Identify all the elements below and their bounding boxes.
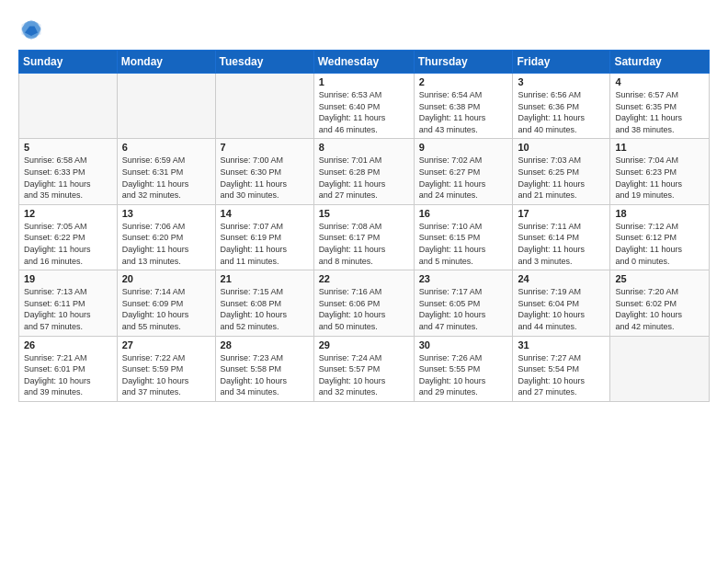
day-number: 22 [319, 273, 409, 284]
calendar-week-row: 5Sunrise: 6:58 AM Sunset: 6:33 PM Daylig… [19, 139, 710, 204]
calendar-cell: 11Sunrise: 7:04 AM Sunset: 6:23 PM Dayli… [610, 139, 710, 204]
day-number: 2 [419, 76, 508, 87]
day-info: Sunrise: 7:17 AM Sunset: 6:05 PM Dayligh… [419, 286, 508, 332]
calendar-cell [610, 336, 710, 401]
day-number: 25 [615, 273, 704, 284]
day-number: 23 [419, 273, 508, 284]
day-number: 13 [122, 208, 210, 219]
calendar-cell: 8Sunrise: 7:01 AM Sunset: 6:28 PM Daylig… [313, 139, 414, 204]
calendar-header-friday: Friday [513, 51, 610, 74]
calendar-header-monday: Monday [117, 51, 215, 74]
day-number: 12 [24, 208, 112, 219]
calendar-cell: 7Sunrise: 7:00 AM Sunset: 6:30 PM Daylig… [215, 139, 313, 204]
day-number: 17 [518, 208, 605, 219]
calendar-cell: 22Sunrise: 7:16 AM Sunset: 6:06 PM Dayli… [313, 270, 414, 336]
day-info: Sunrise: 7:15 AM Sunset: 6:08 PM Dayligh… [221, 286, 309, 332]
day-number: 5 [24, 142, 112, 153]
day-info: Sunrise: 7:04 AM Sunset: 6:23 PM Dayligh… [615, 155, 704, 201]
day-info: Sunrise: 6:53 AM Sunset: 6:40 PM Dayligh… [319, 89, 409, 135]
calendar-week-row: 19Sunrise: 7:13 AM Sunset: 6:11 PM Dayli… [19, 270, 710, 336]
day-number: 20 [122, 273, 210, 284]
day-info: Sunrise: 7:00 AM Sunset: 6:30 PM Dayligh… [221, 155, 309, 201]
day-info: Sunrise: 6:57 AM Sunset: 6:35 PM Dayligh… [615, 89, 704, 135]
calendar-cell: 2Sunrise: 6:54 AM Sunset: 6:38 PM Daylig… [414, 74, 513, 139]
calendar-header-wednesday: Wednesday [313, 51, 414, 74]
day-info: Sunrise: 6:54 AM Sunset: 6:38 PM Dayligh… [419, 89, 508, 135]
day-number: 26 [24, 339, 112, 350]
day-number: 24 [518, 273, 605, 284]
day-info: Sunrise: 7:26 AM Sunset: 5:55 PM Dayligh… [419, 352, 508, 398]
day-number: 15 [319, 208, 409, 219]
calendar-cell: 26Sunrise: 7:21 AM Sunset: 6:01 PM Dayli… [19, 336, 118, 401]
calendar-cell: 4Sunrise: 6:57 AM Sunset: 6:35 PM Daylig… [610, 74, 710, 139]
day-number: 19 [24, 273, 112, 284]
day-info: Sunrise: 7:16 AM Sunset: 6:06 PM Dayligh… [319, 286, 409, 332]
day-number: 11 [615, 142, 704, 153]
calendar-cell: 23Sunrise: 7:17 AM Sunset: 6:05 PM Dayli… [414, 270, 513, 336]
day-number: 6 [122, 142, 210, 153]
day-info: Sunrise: 7:20 AM Sunset: 6:02 PM Dayligh… [615, 286, 704, 332]
day-number: 7 [221, 142, 309, 153]
calendar-cell: 1Sunrise: 6:53 AM Sunset: 6:40 PM Daylig… [313, 74, 414, 139]
calendar-cell: 3Sunrise: 6:56 AM Sunset: 6:36 PM Daylig… [513, 74, 610, 139]
day-info: Sunrise: 6:58 AM Sunset: 6:33 PM Dayligh… [24, 155, 112, 201]
day-info: Sunrise: 7:21 AM Sunset: 6:01 PM Dayligh… [24, 352, 112, 398]
calendar-cell: 13Sunrise: 7:06 AM Sunset: 6:20 PM Dayli… [117, 204, 215, 270]
day-number: 14 [221, 208, 309, 219]
day-info: Sunrise: 7:23 AM Sunset: 5:58 PM Dayligh… [221, 352, 309, 398]
calendar-cell: 31Sunrise: 7:27 AM Sunset: 5:54 PM Dayli… [513, 336, 610, 401]
calendar-cell [117, 74, 215, 139]
calendar-cell: 6Sunrise: 6:59 AM Sunset: 6:31 PM Daylig… [117, 139, 215, 204]
calendar-cell: 12Sunrise: 7:05 AM Sunset: 6:22 PM Dayli… [19, 204, 118, 270]
day-number: 9 [419, 142, 508, 153]
calendar-cell: 18Sunrise: 7:12 AM Sunset: 6:12 PM Dayli… [610, 204, 710, 270]
day-info: Sunrise: 7:10 AM Sunset: 6:15 PM Dayligh… [419, 221, 508, 267]
calendar-cell: 19Sunrise: 7:13 AM Sunset: 6:11 PM Dayli… [19, 270, 118, 336]
calendar-header-row: SundayMondayTuesdayWednesdayThursdayFrid… [19, 51, 710, 74]
calendar-header-tuesday: Tuesday [215, 51, 313, 74]
day-info: Sunrise: 7:19 AM Sunset: 6:04 PM Dayligh… [518, 286, 605, 332]
calendar-cell: 24Sunrise: 7:19 AM Sunset: 6:04 PM Dayli… [513, 270, 610, 336]
day-number: 4 [615, 76, 704, 87]
day-info: Sunrise: 7:06 AM Sunset: 6:20 PM Dayligh… [122, 221, 210, 267]
calendar-cell [19, 74, 118, 139]
day-info: Sunrise: 7:02 AM Sunset: 6:27 PM Dayligh… [419, 155, 508, 201]
day-number: 8 [319, 142, 409, 153]
calendar-week-row: 1Sunrise: 6:53 AM Sunset: 6:40 PM Daylig… [19, 74, 710, 139]
day-info: Sunrise: 6:59 AM Sunset: 6:31 PM Dayligh… [122, 155, 210, 201]
day-number: 16 [419, 208, 508, 219]
day-number: 30 [419, 339, 508, 350]
calendar-cell: 16Sunrise: 7:10 AM Sunset: 6:15 PM Dayli… [414, 204, 513, 270]
day-info: Sunrise: 7:27 AM Sunset: 5:54 PM Dayligh… [518, 352, 605, 398]
day-number: 21 [221, 273, 309, 284]
calendar-cell: 5Sunrise: 6:58 AM Sunset: 6:33 PM Daylig… [19, 139, 118, 204]
calendar-cell: 9Sunrise: 7:02 AM Sunset: 6:27 PM Daylig… [414, 139, 513, 204]
calendar-cell [215, 74, 313, 139]
calendar-header-saturday: Saturday [610, 51, 710, 74]
logo [18, 17, 48, 42]
calendar-cell: 30Sunrise: 7:26 AM Sunset: 5:55 PM Dayli… [414, 336, 513, 401]
day-number: 31 [518, 339, 605, 350]
day-info: Sunrise: 7:03 AM Sunset: 6:25 PM Dayligh… [518, 155, 605, 201]
calendar-week-row: 12Sunrise: 7:05 AM Sunset: 6:22 PM Dayli… [19, 204, 710, 270]
calendar-cell: 10Sunrise: 7:03 AM Sunset: 6:25 PM Dayli… [513, 139, 610, 204]
calendar-cell: 17Sunrise: 7:11 AM Sunset: 6:14 PM Dayli… [513, 204, 610, 270]
page: SundayMondayTuesdayWednesdayThursdayFrid… [0, 0, 728, 563]
day-number: 3 [518, 76, 605, 87]
calendar-cell: 25Sunrise: 7:20 AM Sunset: 6:02 PM Dayli… [610, 270, 710, 336]
logo-icon [18, 17, 44, 42]
day-info: Sunrise: 7:22 AM Sunset: 5:59 PM Dayligh… [122, 352, 210, 398]
calendar-cell: 28Sunrise: 7:23 AM Sunset: 5:58 PM Dayli… [215, 336, 313, 401]
day-number: 27 [122, 339, 210, 350]
calendar-cell: 14Sunrise: 7:07 AM Sunset: 6:19 PM Dayli… [215, 204, 313, 270]
day-number: 28 [221, 339, 309, 350]
day-info: Sunrise: 7:13 AM Sunset: 6:11 PM Dayligh… [24, 286, 112, 332]
day-number: 1 [319, 76, 409, 87]
day-number: 10 [518, 142, 605, 153]
day-info: Sunrise: 7:01 AM Sunset: 6:28 PM Dayligh… [319, 155, 409, 201]
day-info: Sunrise: 6:56 AM Sunset: 6:36 PM Dayligh… [518, 89, 605, 135]
calendar-cell: 29Sunrise: 7:24 AM Sunset: 5:57 PM Dayli… [313, 336, 414, 401]
header [18, 17, 710, 42]
day-number: 29 [319, 339, 409, 350]
calendar-week-row: 26Sunrise: 7:21 AM Sunset: 6:01 PM Dayli… [19, 336, 710, 401]
